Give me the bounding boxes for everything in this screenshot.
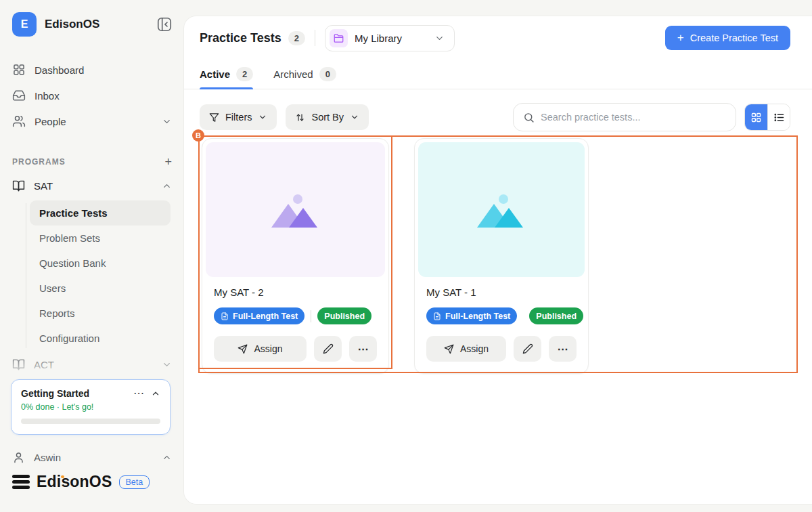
book-icon: [12, 179, 25, 192]
annotation-label-badge: B: [192, 129, 204, 142]
sidebar-item-users[interactable]: Users: [30, 276, 171, 301]
collapse-sidebar-button[interactable]: [156, 16, 173, 33]
person-icon: [12, 451, 25, 464]
tab-active[interactable]: Active 2: [200, 60, 253, 89]
card-actions: Assign ⋯: [426, 336, 577, 362]
search-box: [513, 103, 736, 131]
sidebar-item-configuration[interactable]: Configuration: [30, 326, 171, 351]
list-view-button[interactable]: [767, 104, 790, 130]
chevron-down-icon: [350, 112, 359, 122]
sidebar-item-label: People: [35, 116, 66, 127]
mountain-image-icon: [270, 192, 321, 228]
status-label: Published: [536, 312, 577, 321]
edisonos-logo-icon: [12, 475, 30, 489]
brand-name: EdisonOS: [37, 473, 112, 491]
sidebar-nav: Dashboard Inbox People: [0, 57, 184, 134]
tab-label: Archived: [273, 68, 313, 80]
folder-icon-wrap: [330, 29, 348, 47]
inbox-icon: [12, 89, 26, 102]
sidebar-item-reports[interactable]: Reports: [30, 301, 171, 326]
sat-submenu: Practice Tests Problem Sets Question Ban…: [26, 200, 184, 351]
sidebar-item-sat[interactable]: SAT: [0, 172, 184, 199]
assign-label: Assign: [460, 343, 489, 354]
card-body: My SAT - 2 Full-Length Test Published: [206, 277, 385, 370]
sidebar-item-dashboard[interactable]: Dashboard: [0, 57, 184, 83]
filter-funnel-icon: [209, 112, 219, 123]
programs-section-header: PROGRAMS +: [0, 152, 184, 172]
grid-view-button[interactable]: [745, 104, 767, 130]
people-icon: [12, 114, 26, 128]
getting-started-status: 0% done · Let's go!: [21, 402, 160, 412]
more-options-button[interactable]: ⋯: [349, 336, 377, 362]
sidebar-header: E EdisonOS: [12, 12, 173, 37]
sidebar-item-people[interactable]: People: [0, 108, 184, 134]
card-thumbnail: [418, 142, 585, 277]
tab-archived[interactable]: Archived 0: [273, 60, 336, 89]
beta-badge: Beta: [119, 475, 150, 489]
send-icon: [444, 344, 454, 354]
page-header: Practice Tests 2 My Library + Create Pra…: [184, 16, 812, 60]
search-input[interactable]: [541, 112, 726, 123]
brand-name-text: EdisonOS: [37, 473, 112, 490]
library-selected-value: My Library: [355, 33, 402, 44]
filters-label: Filters: [225, 112, 252, 123]
tab-count-badge: 0: [319, 67, 336, 81]
book-icon: [12, 358, 25, 371]
edit-button[interactable]: [314, 336, 342, 362]
app-logo-initial: E: [21, 18, 28, 30]
add-program-button[interactable]: +: [164, 156, 172, 168]
practice-test-card[interactable]: My SAT - 2 Full-Length Test Published: [202, 138, 389, 374]
badge-row: Full-Length Test Published: [426, 307, 577, 324]
test-type-label: Full-Length Test: [233, 312, 298, 321]
page-title: Practice Tests: [200, 31, 281, 45]
assign-button[interactable]: Assign: [426, 336, 506, 362]
test-type-label: Full-Length Test: [445, 312, 510, 321]
app-logo: E: [12, 12, 37, 37]
user-menu[interactable]: Aswin: [0, 444, 184, 470]
chevron-down-icon: [258, 112, 267, 122]
status-badge: Published: [529, 307, 583, 324]
brand-i-dot: [61, 475, 64, 479]
practice-test-card[interactable]: My SAT - 1 Full-Length Test Published: [414, 138, 589, 374]
sidebar-item-question-bank[interactable]: Question Bank: [30, 251, 171, 276]
search-icon: [523, 112, 535, 123]
getting-started-collapse-button[interactable]: [151, 389, 160, 398]
view-toggle: [744, 104, 790, 131]
more-options-button[interactable]: ⋯: [549, 336, 577, 362]
grid-view-icon: [750, 112, 762, 123]
assign-button[interactable]: Assign: [214, 336, 307, 362]
sidebar-item-inbox[interactable]: Inbox: [0, 83, 184, 108]
sidebar-item-label: Reports: [39, 307, 75, 319]
edit-button[interactable]: [514, 336, 541, 362]
create-practice-test-label: Create Practice Test: [690, 33, 778, 43]
sidebar-item-practice-tests[interactable]: Practice Tests: [30, 200, 171, 226]
chevron-up-icon: [162, 452, 172, 463]
create-practice-test-button[interactable]: + Create Practice Test: [665, 26, 790, 50]
progress-bar: [21, 419, 160, 424]
sidebar-item-label: ACT: [34, 359, 54, 370]
sort-by-button[interactable]: Sort By: [286, 104, 369, 130]
folder-icon: [334, 33, 344, 43]
tab-count-badge: 2: [236, 67, 253, 81]
card-body: My SAT - 1 Full-Length Test Published: [418, 277, 585, 370]
toolbar: Filters Sort By: [200, 103, 790, 131]
assign-label: Assign: [254, 343, 282, 354]
sidebar-item-act[interactable]: ACT: [0, 351, 184, 378]
sort-arrows-icon: [295, 112, 305, 123]
getting-started-menu-button[interactable]: ⋯: [133, 388, 144, 399]
card-title: My SAT - 1: [426, 286, 577, 298]
chevron-up-icon: [162, 181, 172, 191]
sidebar-item-label: Inbox: [35, 90, 60, 102]
filters-button[interactable]: Filters: [200, 104, 277, 130]
ellipsis-icon: ⋯: [358, 343, 369, 356]
card-thumbnail: [206, 142, 385, 277]
header-divider: [315, 30, 315, 46]
sort-by-label: Sort By: [311, 112, 344, 123]
tab-label: Active: [200, 68, 230, 80]
library-selector[interactable]: My Library: [325, 25, 455, 51]
plus-icon: +: [677, 31, 684, 45]
practice-test-grid: My SAT - 2 Full-Length Test Published: [202, 138, 589, 374]
sidebar-item-problem-sets[interactable]: Problem Sets: [30, 226, 171, 251]
sidebar-item-label: Users: [39, 282, 66, 294]
sidebar-item-label: Practice Tests: [39, 207, 108, 219]
